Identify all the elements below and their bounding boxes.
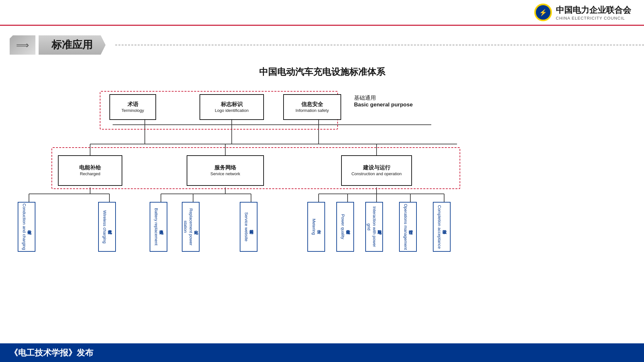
main-content: 中国电动汽车充电设施标准体系 [0,59,644,343]
logo-icon: ⚡ [534,4,552,21]
box-metering: 计量Metering [307,202,325,252]
box-charging-station: 充电站Replacement power station [182,202,200,252]
box-service-network: 服务网络 Service network [187,155,264,186]
logo-area: ⚡ 中国电力企业联合会 CHINA ELECTRICITY COUNCIL [534,4,631,21]
box-info-safety: 信息安全 Information safety [283,94,341,120]
box-wireless: 无线充电Wireless charging [98,202,116,252]
section-header: 标准应用 [0,34,644,56]
org-chart: 术语 Terminology 标志标识 Logo identification … [0,88,644,306]
box-service-website: 服务网站Service website [240,202,257,252]
box-operations: 运行管理Operations management [399,202,417,252]
box-grid-interaction: 与电网互动Interaction with power grid [365,202,383,252]
box-power-quality: 电能质量Power quality [336,202,354,252]
box-conduction: 传导充电Conduction and charging [18,202,35,252]
org-name-en: CHINA ELECTRICITY COUNCIL [556,16,631,21]
chart-title: 中国电动汽车充电设施标准体系 [0,66,644,78]
footer-text: 《电工技术学报》发布 [10,347,93,358]
section-icon [10,35,35,55]
header: ⚡ 中国电力企业联合会 CHINA ELECTRICITY COUNCIL [0,0,644,26]
section-title-box: 标准应用 [39,35,106,55]
basic-label: 基础通用 Basic general purpose [354,94,413,108]
box-terminology: 术语 Terminology [109,94,156,120]
box-construction: 建设与运行 Construction and operation [341,155,412,186]
box-logo: 标志标识 Logo identification [200,94,264,120]
footer: 《电工技术学报》发布 [0,343,644,362]
box-battery-replace: 电池更换Battery replacement [150,202,167,252]
box-completion: 竣工验收Completion acceptance [433,202,451,252]
box-recharged: 电能补给 Recharged [58,155,122,186]
org-name-zh: 中国电力企业联合会 [556,5,631,16]
dotted-divider [115,45,644,45]
org-info: 中国电力企业联合会 CHINA ELECTRICITY COUNCIL [556,5,631,21]
section-title: 标准应用 [51,39,93,50]
